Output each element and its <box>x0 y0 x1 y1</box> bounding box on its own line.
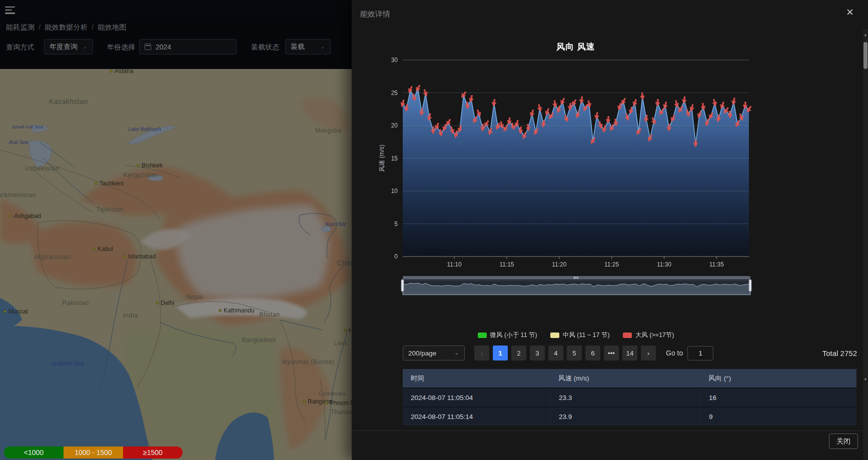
wind-chart: 11:1011:1511:2011:2511:3011:350510152025… <box>352 30 863 280</box>
legend-swatch <box>550 332 559 338</box>
map-label: Afghanistan <box>34 253 71 260</box>
terrain-map[interactable]: Small Aral SeaAral SeaLake BalkhashKoko … <box>0 69 352 460</box>
x-axis-tick: 11:10 <box>447 261 462 268</box>
map-label: Cambodia <box>319 390 346 396</box>
map-label: Lake Balkhash <box>128 126 161 132</box>
map-canvas: Small Aral SeaAral SeaLake BalkhashKoko … <box>0 69 352 460</box>
next-page-button[interactable]: › <box>641 346 656 360</box>
page-button-14[interactable]: 14 <box>622 346 637 360</box>
y-axis-tick: 10 <box>391 188 398 194</box>
y-axis-tick: 5 <box>394 220 398 228</box>
datazoom-handle-left[interactable] <box>401 280 404 292</box>
page-size-select[interactable]: 200/page ⌄ <box>403 346 465 360</box>
load-state-label: 装载状态 <box>251 39 279 55</box>
scroll-up-icon[interactable]: ▲ <box>863 33 868 36</box>
query-mode-select[interactable]: 年度查询 ⌄ <box>44 39 93 54</box>
close-button[interactable]: 关闭 <box>829 434 858 449</box>
chevron-down-icon: ⌄ <box>83 44 88 50</box>
y-axis-tick: 30 <box>391 56 398 64</box>
page-button-5[interactable]: 5 <box>567 346 582 360</box>
map-label: Kabul <box>98 246 113 252</box>
table-cell: 23.9 <box>550 408 700 426</box>
table-cell: 2024-08-07 11:05:14 <box>403 408 550 426</box>
table-cell: 9 <box>700 408 856 426</box>
detail-drawer: 能效详情 ✕ 风向 风速 11:1011:1511:2011:2511:3011… <box>352 0 868 460</box>
map-label: Small Aral Sea <box>12 124 43 130</box>
map-scale-segment-2: 1000 - 1500 <box>64 446 123 458</box>
scrollbar-thumb[interactable] <box>863 42 867 69</box>
year-picker[interactable]: 2024 <box>139 39 237 54</box>
map-label: Phnom Penh <box>330 400 352 406</box>
goto-label: Go to <box>666 349 683 357</box>
map-label: Bhutan <box>259 311 280 318</box>
map-label: Pakistan <box>62 299 89 306</box>
prev-page-button[interactable]: ‹ <box>474 346 489 360</box>
map-label: Islamabad <box>128 253 156 260</box>
map-label: Tashkent <box>100 180 124 187</box>
map-label: China <box>337 259 352 267</box>
table-header-cell: 时间 <box>403 369 550 388</box>
page-button-2[interactable]: 2 <box>511 346 526 360</box>
page-button-3[interactable]: 3 <box>530 346 545 360</box>
scroll-down-icon[interactable]: ▼ <box>863 378 868 381</box>
legend-item-1[interactable]: 微风 (小于 11 节) <box>478 331 537 340</box>
goto-page-input[interactable] <box>687 346 713 360</box>
map-label: Bishkek <box>142 162 163 169</box>
legend-item-2[interactable]: 中风 (11 ~ 17 节) <box>550 331 610 340</box>
x-axis-tick: 11:20 <box>552 261 566 268</box>
map-label: Kyrgyzstan <box>123 171 158 178</box>
query-mode-label: 查询方式 <box>6 39 34 55</box>
filter-bar: 查询方式 年度查询 ⌄ 年份选择 2024 装载状态 装载 ⌄ <box>0 39 352 57</box>
legend-item-3[interactable]: 大风 (>=17节) <box>623 331 674 340</box>
legend-label: 大风 (>=17节) <box>635 331 674 340</box>
top-navbar <box>0 0 352 20</box>
page-button-4[interactable]: 4 <box>548 346 563 360</box>
menu-icon[interactable] <box>5 4 16 16</box>
breadcrumb-item-1[interactable]: 能耗监测 <box>6 23 35 31</box>
drawer-title: 能效详情 <box>360 10 390 19</box>
y-axis-tick: 15 <box>391 155 398 162</box>
legend-label: 中风 (11 ~ 17 节) <box>563 331 610 340</box>
map-label: Laos <box>334 340 347 346</box>
close-icon[interactable]: ✕ <box>846 8 854 17</box>
map-label: Kathmandu <box>224 307 254 314</box>
map-label: Kazakhstan <box>49 98 88 106</box>
map-label: Muscat <box>9 308 28 315</box>
table-header-cell: 风向 (°) <box>700 369 856 388</box>
map-label: Rangoon <box>308 398 332 405</box>
legend-swatch <box>623 332 632 338</box>
chevron-down-icon: ⌄ <box>454 350 459 356</box>
map-label: Ashgabad <box>14 212 41 220</box>
page-button-1[interactable]: 1 <box>493 346 508 360</box>
map-label: Uzbekistan <box>25 164 59 172</box>
x-axis-tick: 11:30 <box>657 261 671 268</box>
datazoom-slider[interactable] <box>352 276 863 296</box>
footer-divider <box>352 430 868 431</box>
y-axis-tick: 0 <box>394 253 398 260</box>
breadcrumb-item-2[interactable]: 能效数据分析 <box>45 23 88 31</box>
year-label: 年份选择 <box>107 39 135 55</box>
table-cell: 2024-08-07 11:05:04 <box>403 388 550 406</box>
table-row[interactable]: 2024-08-07 11:05:0423.316 <box>403 388 856 406</box>
map-label: Mongolia <box>315 127 342 134</box>
chart-legend: 微风 (小于 11 节)中风 (11 ~ 17 节)大风 (>=17节) <box>403 331 749 340</box>
table-row[interactable]: 2024-08-07 11:05:1423.99 <box>403 406 856 426</box>
map-label: India <box>123 312 139 319</box>
map-label: Koko Nor <box>325 222 346 227</box>
map-label: Bangladesh <box>242 336 276 344</box>
x-axis-tick: 11:35 <box>709 261 724 268</box>
vertical-scrollbar[interactable]: ▲ ▼ <box>863 29 868 460</box>
datazoom-handle-right[interactable] <box>749 280 751 292</box>
legend-swatch <box>478 332 487 338</box>
load-state-select[interactable]: 装载 ⌄ <box>285 39 331 54</box>
x-axis-tick: 11:25 <box>604 261 619 268</box>
page-button-6[interactable]: 6 <box>585 346 600 360</box>
pages-more-button[interactable]: ••• <box>604 346 619 360</box>
breadcrumb-item-3[interactable]: 能效地图 <box>98 23 126 31</box>
map-scale-segment-1: <1000 <box>4 446 64 458</box>
map-label: Delhi <box>161 300 174 306</box>
map-scale-segment-3: ≥1500 <box>123 446 183 458</box>
map-scale-legend: <10001000 - 1500≥1500 <box>4 446 183 458</box>
total-count: Total 2752 <box>822 349 857 358</box>
main-page: 能耗监测/能效数据分析/能效地图 查询方式 年度查询 ⌄ 年份选择 2024 装… <box>0 0 352 460</box>
